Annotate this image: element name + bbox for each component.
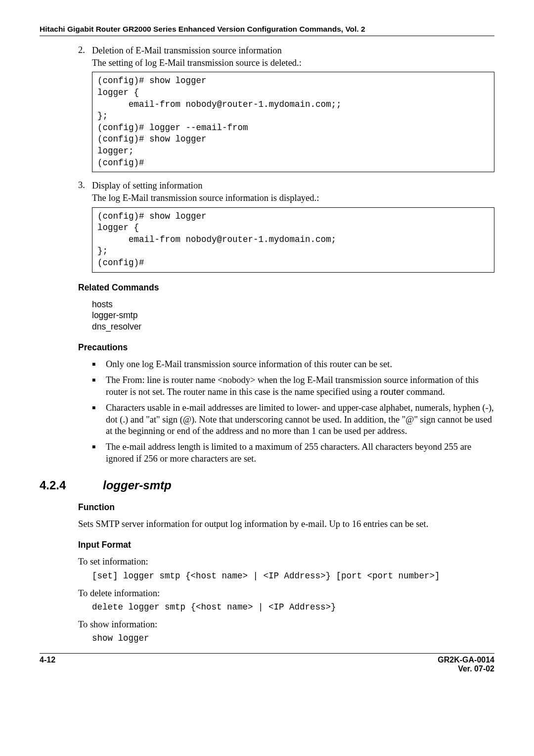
input-format-heading: Input Format — [78, 540, 494, 550]
input-set-code: [set] logger smtp {<host name> | <IP Add… — [92, 571, 494, 581]
footer-doc-id: GR2K-GA-0014 — [438, 656, 494, 664]
input-del-code: delete logger smtp {<host name> | <IP Ad… — [92, 602, 494, 612]
related-commands-heading: Related Commands — [78, 283, 494, 293]
precaution-2-cmd: router — [380, 386, 404, 397]
bullet-icon: ■ — [92, 359, 106, 371]
input-set-label: To set information: — [78, 556, 494, 567]
input-show-label: To show information: — [78, 619, 494, 630]
bullet-icon: ■ — [92, 441, 106, 465]
header-rule — [40, 36, 494, 36]
list-number-2: 2. — [78, 45, 92, 56]
list-2-subtitle: The setting of log E-Mail transmission s… — [92, 57, 494, 69]
precaution-2b: command. — [404, 387, 445, 397]
function-heading: Function — [78, 502, 494, 513]
section-title: logger-smtp — [103, 478, 172, 492]
function-text: Sets SMTP server information for output … — [78, 519, 494, 530]
list-2-title: Deletion of E-Mail transmission source i… — [92, 45, 494, 56]
precaution-1: Only one log E-Mail transmission source … — [106, 359, 494, 371]
bullet-icon: ■ — [92, 375, 106, 398]
footer-rule — [40, 653, 494, 654]
code-block-3: (config)# show logger logger { email-fro… — [92, 207, 494, 273]
precautions-heading: Precautions — [78, 342, 494, 353]
precaution-3: Characters usable in e-mail addresses ar… — [106, 402, 494, 437]
input-show-code: show logger — [92, 633, 494, 643]
list-3-title: Display of setting information — [92, 180, 494, 191]
page-header-title: Hitachi Gigabit Router GR2000 Series Enh… — [40, 25, 494, 34]
section-number: 4.2.4 — [40, 478, 103, 492]
footer-version: Ver. 07-02 — [438, 664, 494, 673]
precaution-2: The From: line is router name <nobody> w… — [106, 375, 494, 398]
bullet-icon: ■ — [92, 402, 106, 437]
list-number-3: 3. — [78, 180, 92, 191]
precaution-4: The e-mail address length is limited to … — [106, 441, 494, 465]
code-block-2: (config)# show logger logger { email-fro… — [92, 72, 494, 172]
input-del-label: To delete information: — [78, 588, 494, 599]
related-commands-list: hosts logger-smtp dns_resolver — [92, 299, 494, 332]
footer-page-number: 4-12 — [40, 656, 55, 673]
list-3-subtitle: The log E-Mail transmission source infor… — [92, 192, 494, 204]
